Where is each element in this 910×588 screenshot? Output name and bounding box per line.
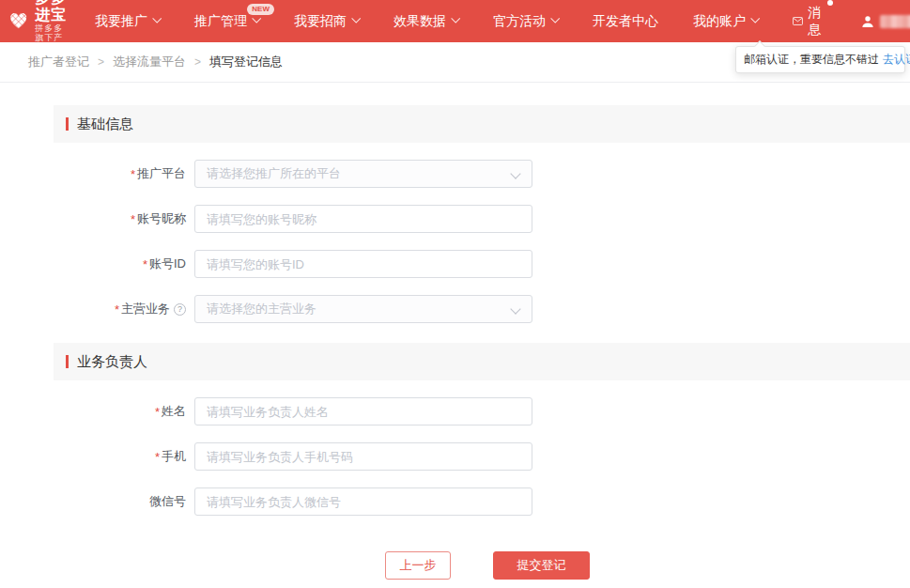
nav-item-developer-center[interactable]: 开发者中心 xyxy=(593,13,658,30)
contact-wechat-input[interactable] xyxy=(194,487,532,516)
user-menu[interactable] xyxy=(861,15,910,28)
chevron-down-icon xyxy=(510,303,520,314)
chevron-down-icon xyxy=(252,14,261,23)
messages-button[interactable]: 消息 xyxy=(793,5,825,39)
new-badge: NEW xyxy=(247,4,274,15)
required-star: * xyxy=(155,450,160,464)
user-icon xyxy=(861,15,874,28)
field-row-mobile: * 手机 xyxy=(0,442,910,471)
field-label: * 手机 xyxy=(0,448,186,465)
nav-item-promotion-manage[interactable]: 推广管理 NEW xyxy=(194,13,259,30)
nav-label: 开发者中心 xyxy=(593,13,658,30)
messages-label: 消息 xyxy=(808,5,825,39)
nav-item-my-account[interactable]: 我的账户 xyxy=(693,13,758,30)
select-placeholder: 请选择您推广所在的平台 xyxy=(207,165,341,182)
breadcrumb-item-register[interactable]: 推广者登记 xyxy=(28,54,89,70)
field-label-text: 微信号 xyxy=(149,493,186,510)
nav-label: 我要推广 xyxy=(95,13,147,30)
nav-item-official-activity[interactable]: 官方活动 xyxy=(493,13,558,30)
breadcrumb-separator: > xyxy=(194,55,201,69)
help-icon[interactable]: ? xyxy=(174,303,186,316)
field-label: * 账号ID xyxy=(0,255,186,272)
required-star: * xyxy=(131,167,135,181)
section-title: 业务负责人 xyxy=(77,353,147,371)
field-label-text: 账号ID xyxy=(149,255,186,272)
username-redacted xyxy=(880,15,910,28)
chevron-down-icon xyxy=(351,14,361,23)
tooltip-text: 邮箱认证，重要信息不错过 xyxy=(744,52,879,68)
chevron-down-icon xyxy=(550,14,560,23)
nav-item-data[interactable]: 效果数据 xyxy=(393,13,458,30)
go-verify-link[interactable]: 去认证 xyxy=(883,52,910,68)
heart-logo-icon xyxy=(9,6,27,38)
field-row-nickname: * 账号昵称 xyxy=(0,205,910,233)
nav-item-merchant[interactable]: 我要招商 xyxy=(294,13,359,30)
chevron-down-icon xyxy=(451,14,460,23)
breadcrumb-item-current: 填写登记信息 xyxy=(209,54,283,70)
chevron-down-icon xyxy=(510,168,520,178)
field-label: * 主营业务 ? xyxy=(0,301,186,317)
required-star: * xyxy=(155,405,160,419)
previous-step-button[interactable]: 上一步 xyxy=(385,551,451,580)
contact-name-input[interactable] xyxy=(194,397,532,426)
field-label-text: 推广平台 xyxy=(137,165,186,182)
field-row-platform: * 推广平台 请选择您推广所在的平台 xyxy=(0,160,910,188)
nav-label: 效果数据 xyxy=(393,13,446,30)
required-star: * xyxy=(143,257,147,271)
registration-form: 基础信息 * 推广平台 请选择您推广所在的平台 * 账号昵称 * 账号ID xyxy=(0,105,910,580)
header-right: 消息 xyxy=(793,5,910,39)
email-verify-tooltip: 邮箱认证，重要信息不错过 去认证 xyxy=(735,46,905,73)
main-business-select[interactable]: 请选择您的主营业务 xyxy=(194,295,532,323)
field-row-wechat: 微信号 xyxy=(0,487,910,516)
form-actions: 上一步 提交登记 xyxy=(385,551,910,580)
contact-mobile-input[interactable] xyxy=(194,442,532,471)
section-accent-bar xyxy=(66,117,69,131)
nickname-input[interactable] xyxy=(194,205,532,233)
account-id-input[interactable] xyxy=(194,250,532,278)
required-star: * xyxy=(115,302,119,317)
field-label: * 推广平台 xyxy=(0,165,186,182)
field-row-name: * 姓名 xyxy=(0,397,910,426)
logo-subtitle: 拼多多旗下产品 xyxy=(35,24,69,53)
field-label-text: 主营业务 xyxy=(121,301,170,317)
page: 多多进宝 拼多多旗下产品 我要推广 推广管理 NEW 我要招商 效果数据 xyxy=(0,0,910,588)
submit-registration-button[interactable]: 提交登记 xyxy=(493,551,590,580)
field-row-account-id: * 账号ID xyxy=(0,250,910,278)
nav-item-promote[interactable]: 我要推广 xyxy=(95,13,160,30)
mail-icon xyxy=(793,15,803,27)
field-label-text: 姓名 xyxy=(162,403,186,420)
section-business-contact: 业务负责人 xyxy=(54,343,910,380)
field-label-text: 账号昵称 xyxy=(137,210,186,227)
chevron-down-icon xyxy=(152,14,162,23)
nav-label: 官方活动 xyxy=(493,13,546,30)
main-nav: 我要推广 推广管理 NEW 我要招商 效果数据 官方活动 开发者中心 xyxy=(95,13,793,30)
breadcrumb-item-platform[interactable]: 选择流量平台 xyxy=(113,54,186,70)
required-star: * xyxy=(131,212,135,226)
logo[interactable]: 多多进宝 拼多多旗下产品 xyxy=(9,0,69,53)
breadcrumb-separator: > xyxy=(98,55,104,69)
top-navbar: 多多进宝 拼多多旗下产品 我要推广 推广管理 NEW 我要招商 效果数据 xyxy=(0,0,910,42)
field-label: * 姓名 xyxy=(0,403,186,420)
field-label: * 账号昵称 xyxy=(0,210,186,227)
section-title: 基础信息 xyxy=(77,116,133,133)
platform-select[interactable]: 请选择您推广所在的平台 xyxy=(194,160,532,188)
field-label-text: 手机 xyxy=(162,448,186,465)
section-accent-bar xyxy=(66,355,69,368)
nav-label: 我要招商 xyxy=(294,13,347,30)
section-basic-info: 基础信息 xyxy=(54,105,910,143)
logo-title: 多多进宝 xyxy=(35,0,69,23)
nav-label: 我的账户 xyxy=(693,13,746,30)
chevron-down-icon xyxy=(750,14,760,23)
nav-label: 推广管理 xyxy=(194,13,247,30)
field-row-main-business: * 主营业务 ? 请选择您的主营业务 xyxy=(0,295,910,323)
field-label: 微信号 xyxy=(0,493,186,510)
unread-dot xyxy=(827,0,833,6)
select-placeholder: 请选择您的主营业务 xyxy=(207,301,316,317)
